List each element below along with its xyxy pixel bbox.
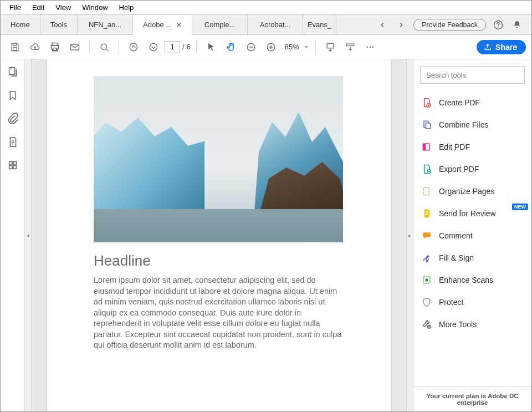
share-label: Share <box>495 43 517 52</box>
page-down-icon[interactable] <box>145 38 162 56</box>
svg-rect-16 <box>346 44 354 45</box>
toolbar: / 6 85% Share <box>1 35 531 59</box>
hand-tool-icon[interactable] <box>222 38 240 56</box>
tab-tools[interactable]: Tools <box>40 15 78 34</box>
chevron-down-icon <box>303 44 310 50</box>
document-headline: Headline <box>94 252 391 269</box>
svg-rect-15 <box>327 43 334 48</box>
tab-home[interactable]: Home <box>1 15 40 34</box>
page-icon[interactable] <box>7 136 19 148</box>
tab-label: Comple... <box>204 21 236 29</box>
zoom-select[interactable]: 85% <box>282 41 310 53</box>
svg-point-19 <box>372 46 374 48</box>
mail-icon[interactable] <box>66 38 84 56</box>
tool-item-create-pdf[interactable]: Create PDF <box>413 91 531 114</box>
tab-label: NFN_an... <box>89 21 121 29</box>
save-icon[interactable] <box>6 38 24 56</box>
find-icon[interactable] <box>95 38 113 56</box>
tool-label: Combine Files <box>439 120 488 129</box>
svg-rect-25 <box>13 162 16 165</box>
tab-label: Adobe ... <box>143 21 172 29</box>
select-tool-icon[interactable] <box>202 38 220 56</box>
svg-rect-20 <box>9 68 14 75</box>
menu-file[interactable]: File <box>4 2 27 13</box>
tab-label: Evans_ <box>308 21 331 29</box>
bell-icon[interactable] <box>510 18 524 32</box>
cloud-upload-icon[interactable] <box>26 38 44 56</box>
new-badge: NEW <box>512 204 528 210</box>
page-sep: / <box>182 43 185 51</box>
page-up-icon[interactable] <box>125 38 142 56</box>
tool-item-enhance-scans[interactable]: Enhance Scans <box>413 269 531 291</box>
tool-item-send-for-review[interactable]: Send for ReviewNEW <box>413 202 531 225</box>
tools-list: Create PDFCombine FilesEdit PDFExport PD… <box>413 88 531 386</box>
tool-label: Export PDF <box>439 165 479 174</box>
tool-icon <box>421 141 432 152</box>
tool-item-comment[interactable]: Comment <box>413 225 531 247</box>
menu-view[interactable]: View <box>50 2 76 13</box>
help-icon[interactable] <box>492 18 505 32</box>
tool-item-combine-files[interactable]: Combine Files <box>413 114 531 136</box>
tool-label: Fill & Sign <box>439 253 474 262</box>
document-area: ◂ Headline Lorem ipsum dolor sit amet, c… <box>25 59 413 411</box>
print-icon[interactable] <box>46 38 64 56</box>
page-display-icon[interactable] <box>341 38 359 56</box>
tool-icon <box>421 297 432 308</box>
tab-doc-2[interactable]: Comple... <box>192 15 248 34</box>
thumbnails-icon[interactable] <box>7 66 19 78</box>
provide-feedback-button[interactable]: Provide Feedback <box>413 19 486 31</box>
tool-icon <box>421 252 432 263</box>
pdf-page: Headline Lorem ipsum dolor sit amet, con… <box>47 59 391 411</box>
tool-item-edit-pdf[interactable]: Edit PDF <box>413 136 531 158</box>
page-current-input[interactable] <box>165 41 180 53</box>
tool-label: More Tools <box>439 320 477 329</box>
svg-rect-34 <box>423 187 429 195</box>
tool-item-export-pdf[interactable]: Export PDF <box>413 158 531 180</box>
tab-doc-3[interactable]: Acrobat... <box>248 15 303 34</box>
tab-label: Acrobat... <box>260 21 291 29</box>
page-total: 6 <box>187 43 191 51</box>
tab-doc-4[interactable]: Evans_ <box>303 15 336 34</box>
menu-edit[interactable]: Edit <box>27 2 50 13</box>
attachment-icon[interactable] <box>7 113 19 125</box>
page-indicator: / 6 <box>165 41 191 53</box>
tool-label: Create PDF <box>439 98 480 107</box>
share-icon <box>483 43 492 52</box>
svg-line-7 <box>106 49 108 50</box>
svg-rect-36 <box>426 279 428 282</box>
more-icon[interactable] <box>361 38 379 56</box>
tool-icon <box>421 119 432 130</box>
search-tools-input[interactable] <box>420 66 525 84</box>
tab-bar: Home Tools NFN_an... Adobe ...✕ Comple..… <box>1 15 531 35</box>
collapse-left-handle[interactable]: ◂ <box>25 59 32 411</box>
menu-window[interactable]: Window <box>76 2 113 13</box>
svg-point-9 <box>150 43 157 50</box>
tool-label: Send for Review <box>439 209 496 218</box>
tab-doc-0[interactable]: NFN_an... <box>78 15 133 34</box>
plan-line1: Your current plan is Adobe DC <box>420 393 525 399</box>
tool-icon <box>421 97 432 108</box>
tool-item-protect[interactable]: Protect <box>413 291 531 313</box>
close-icon[interactable]: ✕ <box>176 21 182 29</box>
document-body: Lorem ipsum dolor sit amet, consectetur … <box>94 275 346 351</box>
tab-nav-prev[interactable] <box>376 18 389 32</box>
bookmark-icon[interactable] <box>7 89 19 101</box>
share-button[interactable]: Share <box>477 40 526 54</box>
svg-rect-24 <box>9 162 12 165</box>
tool-icon <box>421 208 432 219</box>
collapse-right-handle[interactable]: ▸ <box>406 59 413 411</box>
left-rail <box>1 59 25 411</box>
svg-point-6 <box>101 44 106 49</box>
tab-nav-next[interactable] <box>395 18 408 32</box>
tool-item-fill-sign[interactable]: Fill & Sign <box>413 247 531 269</box>
tool-item-organize-pages[interactable]: Organize Pages <box>413 180 531 202</box>
layers-icon[interactable] <box>7 159 19 171</box>
zoom-out-icon[interactable] <box>242 38 260 56</box>
fit-width-icon[interactable] <box>321 38 339 56</box>
document-canvas[interactable]: Headline Lorem ipsum dolor sit amet, con… <box>32 59 406 411</box>
tab-doc-1[interactable]: Adobe ...✕ <box>133 15 192 35</box>
tool-item-more-tools[interactable]: More Tools <box>413 313 531 335</box>
tool-icon <box>421 319 432 330</box>
menu-help[interactable]: Help <box>114 2 140 13</box>
zoom-in-icon[interactable] <box>262 38 280 56</box>
